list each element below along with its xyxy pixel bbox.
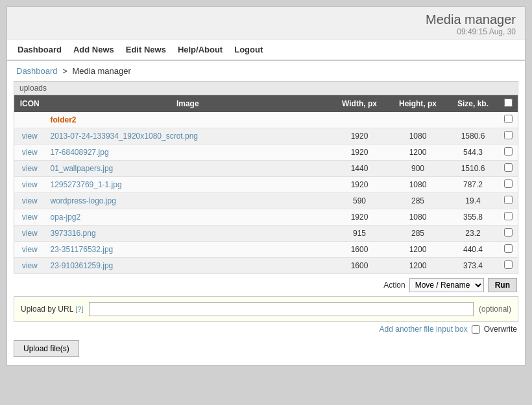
file-height-cell: 285 bbox=[389, 226, 447, 242]
run-button[interactable]: Run bbox=[488, 278, 517, 292]
file-width-cell: 1920 bbox=[330, 209, 389, 226]
file-size-cell: 355.8 bbox=[447, 209, 499, 226]
file-size-cell: 19.4 bbox=[447, 193, 499, 209]
upload-url-input[interactable] bbox=[89, 302, 474, 316]
table-row: view wordpress-logo.jpg 590 285 19.4 bbox=[14, 193, 518, 209]
file-action-cell[interactable]: view bbox=[14, 193, 45, 209]
folder-row-checkbox[interactable] bbox=[504, 115, 513, 123]
file-width-cell: 1600 bbox=[330, 258, 389, 274]
content-area: uploads ICON Image Width, px Height, px … bbox=[7, 81, 525, 365]
file-table: ICON Image Width, px Height, px Size, kb… bbox=[14, 95, 518, 274]
file-action-cell[interactable]: view bbox=[14, 242, 45, 258]
action-bar: Action Move / Rename Delete Copy Run bbox=[14, 274, 518, 296]
folder-name-cell: folder2 bbox=[45, 112, 331, 128]
page-title: Media manager bbox=[16, 12, 516, 27]
table-row: view 3973316.png 915 285 23.2 bbox=[14, 226, 518, 242]
file-row-checkbox[interactable] bbox=[504, 228, 513, 237]
file-width-cell: 915 bbox=[330, 226, 389, 242]
file-row-checkbox[interactable] bbox=[504, 212, 513, 220]
file-name-cell: 17-68408927.jpg bbox=[45, 145, 331, 161]
file-action-cell[interactable]: view bbox=[14, 226, 45, 242]
file-height-cell: 1200 bbox=[389, 242, 447, 258]
nav-help-about[interactable]: Help/About bbox=[174, 43, 226, 56]
col-header-size: Size, kb. bbox=[447, 95, 499, 113]
file-action-cell[interactable]: view bbox=[14, 161, 45, 177]
col-header-height: Height, px bbox=[389, 95, 447, 113]
file-row-checkbox[interactable] bbox=[504, 163, 513, 172]
file-size-cell: 1510.6 bbox=[447, 161, 499, 177]
view-link[interactable]: view bbox=[22, 213, 38, 222]
view-link[interactable]: view bbox=[22, 261, 38, 270]
upload-url-section: Upload by URL [?] (optional) bbox=[14, 296, 518, 322]
col-header-checkbox[interactable] bbox=[499, 95, 518, 113]
add-file-row: Add another file input box Overwrite bbox=[14, 322, 518, 336]
file-size-cell: 373.4 bbox=[447, 258, 499, 274]
file-row-checkbox[interactable] bbox=[504, 244, 513, 253]
breadcrumb-home[interactable]: Dashboard bbox=[16, 66, 58, 76]
nav-add-news[interactable]: Add News bbox=[69, 43, 118, 56]
file-width-cell: 1920 bbox=[330, 177, 389, 193]
file-link[interactable]: opa-jpg2 bbox=[51, 213, 81, 222]
add-file-link[interactable]: Add another file input box bbox=[380, 325, 468, 334]
file-size-cell: 544.3 bbox=[447, 145, 499, 161]
file-height-cell: 285 bbox=[389, 193, 447, 209]
file-height-cell: 1200 bbox=[389, 145, 447, 161]
overwrite-label: Overwrite bbox=[484, 325, 517, 334]
file-row-checkbox[interactable] bbox=[504, 179, 513, 188]
folder-link[interactable]: folder2 bbox=[51, 115, 77, 124]
file-width-cell: 1600 bbox=[330, 242, 389, 258]
view-link[interactable]: view bbox=[22, 148, 38, 157]
col-header-width: Width, px bbox=[330, 95, 389, 113]
view-link[interactable]: view bbox=[22, 180, 38, 189]
file-height-cell: 1080 bbox=[389, 209, 447, 226]
file-height-cell: 1080 bbox=[389, 128, 447, 145]
upload-url-help[interactable]: [?] bbox=[75, 305, 83, 313]
overwrite-checkbox[interactable] bbox=[472, 325, 480, 334]
file-link[interactable]: 23-351176532.jpg bbox=[51, 245, 114, 254]
breadcrumb-separator: > bbox=[62, 66, 67, 76]
nav-bar: Dashboard Add News Edit News Help/About … bbox=[7, 40, 525, 61]
file-width-cell: 1440 bbox=[330, 161, 389, 177]
view-link[interactable]: view bbox=[22, 245, 38, 254]
action-select[interactable]: Move / Rename Delete Copy bbox=[409, 278, 484, 292]
upload-files-button[interactable]: Upload file(s) bbox=[14, 340, 79, 357]
view-link[interactable]: view bbox=[22, 132, 38, 141]
file-action-cell[interactable]: view bbox=[14, 258, 45, 274]
file-link[interactable]: 1295273769_1-1.jpg bbox=[51, 180, 122, 189]
breadcrumb-current: Media manager bbox=[72, 66, 130, 76]
view-link[interactable]: view bbox=[22, 229, 38, 238]
file-size-cell: 23.2 bbox=[447, 226, 499, 242]
file-height-cell: 1200 bbox=[389, 258, 447, 274]
file-name-cell: 2013-07-24-133934_1920x1080_scrot.png bbox=[45, 128, 331, 145]
file-row-checkbox[interactable] bbox=[504, 260, 513, 269]
select-all-checkbox[interactable] bbox=[504, 98, 513, 107]
file-size-cell: 440.4 bbox=[447, 242, 499, 258]
table-row: view 17-68408927.jpg 1920 1200 544.3 bbox=[14, 145, 518, 161]
table-row: view 2013-07-24-133934_1920x1080_scrot.p… bbox=[14, 128, 518, 145]
table-row: view 1295273769_1-1.jpg 1920 1080 787.2 bbox=[14, 177, 518, 193]
file-name-cell: 01_wallpapers.jpg bbox=[45, 161, 331, 177]
file-action-cell[interactable]: view bbox=[14, 128, 45, 145]
uploads-section-label: uploads bbox=[14, 81, 518, 95]
file-name-cell: 23-910361259.jpg bbox=[45, 258, 331, 274]
nav-logout[interactable]: Logout bbox=[230, 43, 267, 56]
table-row: view opa-jpg2 1920 1080 355.8 bbox=[14, 209, 518, 226]
file-action-cell[interactable]: view bbox=[14, 145, 45, 161]
file-row-checkbox[interactable] bbox=[504, 147, 513, 156]
view-link[interactable]: view bbox=[22, 196, 38, 205]
view-link[interactable]: view bbox=[22, 164, 38, 173]
file-name-cell: 1295273769_1-1.jpg bbox=[45, 177, 331, 193]
file-row-checkbox[interactable] bbox=[504, 196, 513, 204]
folder-icon-cell bbox=[14, 112, 45, 128]
file-link[interactable]: 17-68408927.jpg bbox=[51, 148, 109, 157]
file-link[interactable]: 2013-07-24-133934_1920x1080_scrot.png bbox=[51, 132, 199, 141]
file-link[interactable]: wordpress-logo.jpg bbox=[51, 196, 116, 205]
file-link[interactable]: 23-910361259.jpg bbox=[51, 261, 114, 270]
nav-dashboard[interactable]: Dashboard bbox=[14, 43, 66, 56]
nav-edit-news[interactable]: Edit News bbox=[122, 43, 170, 56]
file-action-cell[interactable]: view bbox=[14, 209, 45, 226]
file-row-checkbox[interactable] bbox=[504, 131, 513, 139]
file-link[interactable]: 01_wallpapers.jpg bbox=[51, 164, 114, 173]
file-link[interactable]: 3973316.png bbox=[51, 229, 96, 238]
file-action-cell[interactable]: view bbox=[14, 177, 45, 193]
